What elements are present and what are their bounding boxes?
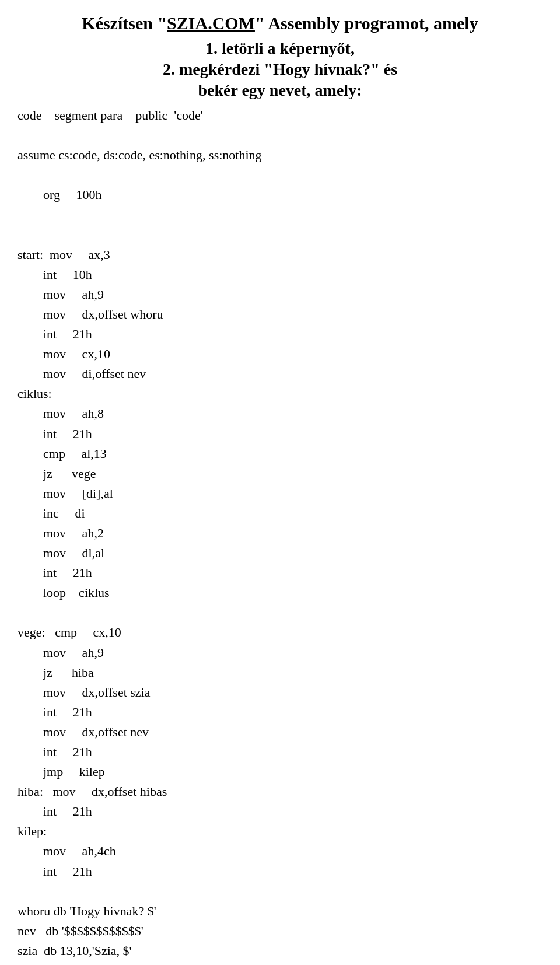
subtitle-line4: bekér egy nevet, amely: [18, 81, 542, 100]
subtitle-line3: 2. megkérdezi "Hogy hívnak?" és [18, 60, 542, 79]
title-text-after: " Assembly programot, amely [255, 13, 478, 33]
assembly-code: code segment para public 'code' assume c… [18, 106, 542, 965]
title-text-before: Készítsen " [82, 13, 167, 33]
subtitle-line2: 1. letörli a képernyőt, [18, 39, 542, 58]
page-title: Készítsen "SZIA.COM" Assembly programot,… [18, 12, 542, 100]
brand-name: SZIA.COM [167, 13, 255, 33]
code-block: code segment para public 'code' assume c… [18, 106, 542, 965]
